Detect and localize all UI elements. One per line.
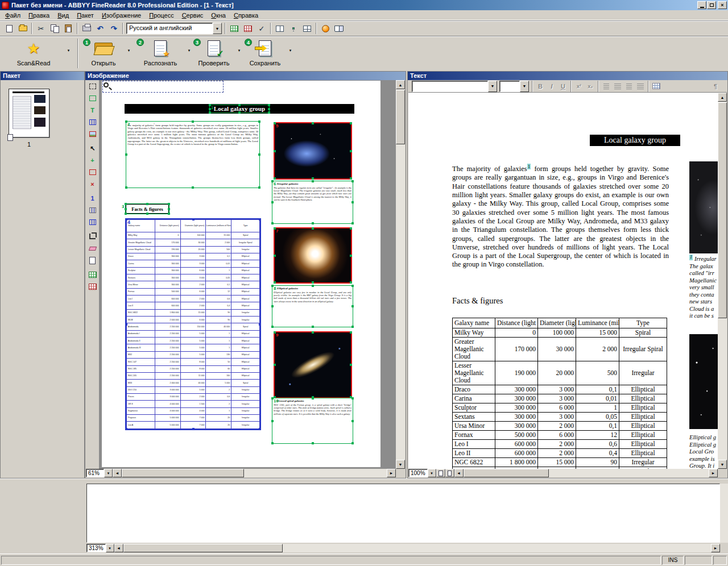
ocr-galaxy-table[interactable]: Galaxy nameDistance (light years)Diamete…: [452, 318, 667, 469]
analyze-layout-button[interactable]: [228, 22, 241, 35]
window-layout-quad-button[interactable]: [300, 22, 314, 35]
zone-handle[interactable]: [125, 213, 127, 215]
zone-handle[interactable]: [350, 227, 352, 230]
table-cell[interactable]: 0,1: [576, 385, 619, 394]
delete-zone-tool[interactable]: ×: [86, 178, 98, 190]
table-cell[interactable]: Greater Magellanic Cloud: [453, 338, 495, 361]
zone-handle[interactable]: [351, 285, 354, 287]
table-cell[interactable]: Ursa Minor: [453, 422, 495, 431]
undo-button[interactable]: ↶: [93, 22, 107, 35]
recognize-dropdown[interactable]: ▾: [185, 45, 193, 56]
text-vertical-scrollbar[interactable]: ▲ ▼: [718, 93, 727, 469]
table-cell[interactable]: Elliptical: [619, 394, 667, 403]
scroll-left-button[interactable]: ◄: [113, 469, 122, 477]
table-cell[interactable]: 0,1: [576, 422, 619, 431]
table-cell[interactable]: 2 000: [538, 422, 576, 431]
zone-handle[interactable]: [125, 186, 127, 189]
table-cell[interactable]: Irregular Spiral: [619, 338, 667, 361]
scrollbar-thumb[interactable]: [123, 544, 283, 552]
picture-zone-tool[interactable]: [86, 128, 98, 140]
page-number[interactable]: 1: [9, 141, 49, 148]
image-vertical-scrollbar[interactable]: ▲ ▼: [396, 80, 405, 469]
check-dropdown[interactable]: ▾: [235, 45, 243, 56]
scrollbar-thumb[interactable]: [464, 469, 549, 477]
font-size-select[interactable]: ▼: [499, 81, 529, 92]
zone-handle[interactable]: [209, 111, 211, 114]
menu-process[interactable]: Процесс: [145, 11, 177, 20]
align-center-button[interactable]: [612, 81, 623, 91]
ocr-doc-title[interactable]: Local galaxy group: [590, 135, 680, 146]
zone-handle[interactable]: [312, 397, 314, 399]
table-zone[interactable]: 4 Galaxy nameDistance (light years)Diame…: [125, 218, 261, 430]
menu-windows[interactable]: Окна: [207, 11, 230, 20]
fit-page-button[interactable]: [445, 469, 454, 477]
align-justify-button[interactable]: [635, 81, 646, 91]
zone-handle[interactable]: [168, 203, 170, 205]
table-cell[interactable]: NGC 6822: [453, 458, 495, 467]
zone-handle[interactable]: [259, 323, 261, 326]
scroll-up-button[interactable]: ▲: [718, 93, 727, 102]
underline-button[interactable]: U: [557, 81, 569, 91]
select-area-tool[interactable]: [86, 81, 98, 92]
table-cell[interactable]: 300 000: [495, 422, 538, 431]
table-cell[interactable]: Elliptical: [619, 449, 667, 458]
chevron-down-icon[interactable]: ▼: [520, 81, 529, 92]
table-cell[interactable]: 15 000: [538, 458, 576, 467]
table-cell[interactable]: 300 000: [495, 403, 538, 413]
pointer-tool[interactable]: ↖: [86, 143, 98, 154]
closeup-horizontal-scrollbar[interactable]: [123, 544, 711, 552]
zone-handle[interactable]: [312, 285, 314, 287]
superscript-button[interactable]: x²: [573, 81, 585, 91]
minimize-button[interactable]: [697, 1, 706, 9]
help-button[interactable]: [332, 22, 346, 35]
table-cell[interactable]: 0,4: [576, 449, 619, 458]
renumber-zones-tool[interactable]: 1: [86, 193, 98, 204]
zone-handle[interactable]: [271, 442, 274, 444]
zone-handle[interactable]: [271, 285, 274, 287]
scanned-image-canvas[interactable]: Local galaxy group 1 2 The majority of g…: [99, 80, 396, 469]
scanned-page[interactable]: Local galaxy group 1 2 The majority of g…: [102, 81, 380, 467]
crop-image-tool[interactable]: [86, 231, 98, 242]
image-zoom-value[interactable]: 61%: [86, 469, 104, 477]
recognize-button[interactable]: 2 ★ Распознать: [136, 38, 184, 70]
zone-handle[interactable]: [125, 428, 127, 430]
menu-view[interactable]: Вид: [53, 11, 73, 20]
zone-handle[interactable]: [350, 281, 352, 284]
read-page-tool[interactable]: [86, 281, 98, 292]
draw-zone-tool[interactable]: [86, 93, 98, 104]
zone-handle[interactable]: [271, 222, 274, 224]
table-cell[interactable]: Milky Way: [453, 328, 495, 338]
close-button[interactable]: ×: [718, 1, 727, 9]
table-cell[interactable]: Carina: [453, 394, 495, 403]
redo-button[interactable]: ↷: [107, 22, 121, 35]
zone-handle[interactable]: [192, 120, 194, 123]
table-cell[interactable]: 0,05: [576, 413, 619, 422]
text-zoom-dropdown[interactable]: ▼: [428, 469, 436, 477]
cut-button[interactable]: ✂: [34, 22, 48, 35]
table-cell[interactable]: 1 800 000: [495, 458, 538, 467]
table-cell[interactable]: Elliptical: [619, 440, 667, 449]
zone-handle[interactable]: [125, 120, 127, 123]
zone-handle[interactable]: [271, 180, 274, 182]
closeup-view[interactable]: [86, 484, 720, 543]
menu-batch[interactable]: Пакет: [73, 11, 98, 20]
zone-handle[interactable]: [192, 428, 195, 430]
chevron-down-icon[interactable]: ▼: [213, 23, 222, 34]
table-cell[interactable]: 0,6: [576, 440, 619, 449]
page-properties-tool[interactable]: [86, 255, 98, 266]
zone-handle[interactable]: [146, 203, 148, 205]
read-page-button[interactable]: [241, 22, 255, 35]
scan-read-dropdown[interactable]: ▾: [65, 45, 72, 56]
table-cell[interactable]: 300 000: [495, 413, 538, 422]
table-cell[interactable]: 3 000: [538, 385, 576, 394]
table-cell[interactable]: 300 000: [495, 394, 538, 403]
bold-button[interactable]: B: [535, 81, 546, 91]
table-cell[interactable]: 15 000: [576, 328, 619, 338]
fit-width-button[interactable]: [436, 469, 445, 477]
scrollbar-thumb[interactable]: [122, 469, 244, 477]
menu-help[interactable]: Справка: [230, 11, 262, 20]
zone-handle[interactable]: [351, 420, 354, 422]
open-dropdown[interactable]: ▾: [125, 45, 133, 56]
window-layout-vertical-button[interactable]: [273, 22, 287, 35]
table-cell[interactable]: 600 000: [495, 440, 538, 449]
